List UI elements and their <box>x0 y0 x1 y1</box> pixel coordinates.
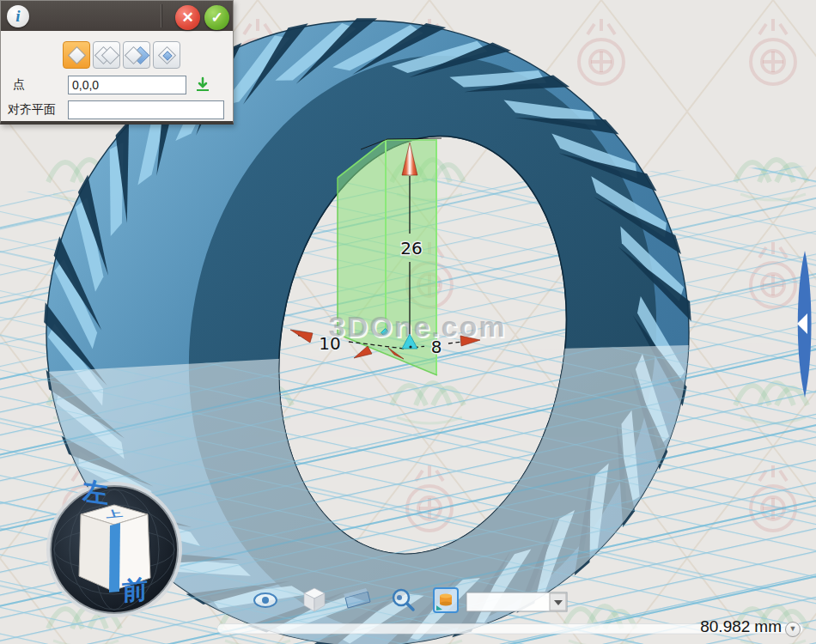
view-cube-left-label[interactable]: 左 <box>82 476 108 507</box>
diamond-single-icon <box>68 46 86 64</box>
point-field-label: 点 <box>13 77 68 93</box>
import-point-icon[interactable] <box>193 76 212 94</box>
status-dropdown-button[interactable]: ▼ <box>785 622 801 637</box>
dimension-depth[interactable]: 8 <box>431 337 442 357</box>
dialog-titlebar[interactable]: i ✕ ✓ <box>1 1 233 31</box>
mode-point-on-entity-button[interactable] <box>123 41 150 69</box>
point-input[interactable] <box>68 76 186 94</box>
eye-icon[interactable] <box>254 593 277 607</box>
svg-text:3DOne.com: 3DOne.com <box>329 310 507 343</box>
mode-two-points-button[interactable] <box>93 41 120 69</box>
align-plane-field-label: 对齐平面 <box>8 102 68 118</box>
dimension-height[interactable]: 26 <box>400 238 422 258</box>
confirm-button[interactable]: ✓ <box>204 5 229 30</box>
align-plane-input[interactable] <box>68 100 224 119</box>
watermark-text: 3DOne.com 3DOne.com <box>329 310 508 344</box>
app-window: 3DOne.com 3DOne.com 26 10 8 <box>0 0 816 644</box>
mode-midpoint-button[interactable] <box>153 41 180 69</box>
mode-single-point-button[interactable] <box>63 41 90 69</box>
view-cube-edge-highlight <box>109 523 120 592</box>
point-input-dialog: i ✕ ✓ 点 对齐平面 <box>0 0 234 125</box>
titlebar-divider <box>161 4 161 27</box>
view-cube-front-label[interactable]: 前 <box>122 574 148 605</box>
material-tool-icon-selected[interactable] <box>434 588 458 612</box>
dimension-width[interactable]: 10 <box>319 333 340 354</box>
status-value: 80.982 <box>700 617 750 635</box>
info-icon[interactable]: i <box>7 5 29 27</box>
status-unit: mm <box>754 617 782 635</box>
status-measurement: 80.982mm <box>653 617 782 636</box>
point-mode-group <box>63 41 180 69</box>
cancel-button[interactable]: ✕ <box>175 5 200 30</box>
view-cube-top-label[interactable]: 上 <box>103 508 125 519</box>
toolbar-dropdown[interactable] <box>466 592 567 611</box>
origin-point <box>409 345 411 348</box>
